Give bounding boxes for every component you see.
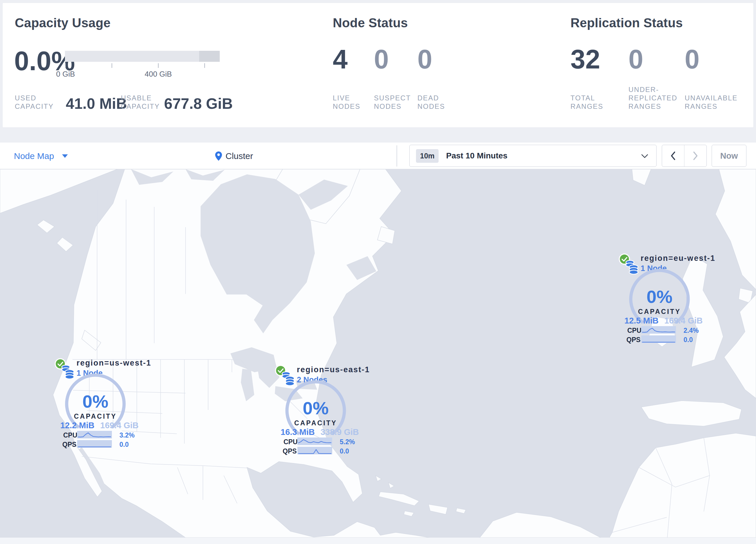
region-total-capacity: 169.4 GiB xyxy=(662,316,703,326)
time-pager xyxy=(662,145,707,167)
qps-sparkline xyxy=(641,335,676,344)
capacity-axis-tick xyxy=(112,63,112,68)
region-marker-eu-west-1[interactable]: region=eu-west-1 1 Node 0% CAPACITY 12.5… xyxy=(619,253,706,349)
capacity-bar-reserved-segment xyxy=(199,51,220,62)
qps-value: 0.0 xyxy=(340,447,349,455)
capacity-axis-tick xyxy=(65,63,66,68)
cpu-sparkline xyxy=(641,326,676,334)
map-pin-icon xyxy=(215,151,222,161)
total-ranges-label: TOTAL RANGES xyxy=(570,94,628,110)
qps-sparkline xyxy=(77,440,112,448)
node-status-labels: LIVE NODES SUSPECT NODES DEAD NODES xyxy=(333,94,467,110)
under-replicated-ranges-label: UNDER-REPLICATED RANGES xyxy=(628,85,685,110)
total-ranges-value: 32 xyxy=(570,46,628,72)
cluster-summary-card: Capacity Usage 0.0% 0 GiB 400 GiB USED C… xyxy=(2,3,754,128)
capacity-axis-label: 0 GiB xyxy=(42,70,89,79)
replication-status-values: 32 0 0 xyxy=(570,46,743,72)
chevron-left-icon xyxy=(670,151,676,160)
capacity-bar xyxy=(65,51,220,62)
usable-capacity-label: USABLE CAPACITY xyxy=(121,94,170,110)
live-nodes-label: LIVE NODES xyxy=(333,94,374,110)
qps-sparkline xyxy=(297,446,332,455)
node-status-title: Node Status xyxy=(333,16,408,30)
unavailable-ranges-label: UNAVAILABLE RANGES xyxy=(685,94,743,110)
qps-label: QPS xyxy=(626,336,641,344)
cluster-overview-page: Capacity Usage 0.0% 0 GiB 400 GiB USED C… xyxy=(0,0,756,544)
region-used-capacity: 12.5 MiB xyxy=(624,316,659,326)
view-selector-label[interactable]: Node Map xyxy=(14,151,54,161)
world-map xyxy=(0,169,756,538)
region-label: region=eu-west-1 xyxy=(641,254,715,263)
map-footer-strip xyxy=(0,538,756,544)
time-range-badge: 10m xyxy=(416,149,439,163)
under-replicated-ranges-value: 0 xyxy=(628,46,685,72)
qps-value: 0.0 xyxy=(119,441,129,449)
region-total-capacity: 169.4 GiB xyxy=(98,421,139,430)
live-nodes-value: 4 xyxy=(333,46,374,72)
time-prev-button[interactable] xyxy=(662,145,684,166)
region-capacity-label: CAPACITY xyxy=(63,413,127,420)
dead-nodes-label: DEAD NODES xyxy=(417,94,467,110)
capacity-axis-label: 400 GiB xyxy=(135,70,181,79)
qps-value: 0.0 xyxy=(684,336,693,344)
breadcrumb-label[interactable]: Cluster xyxy=(226,151,253,161)
cpu-sparkline xyxy=(297,437,332,446)
region-capacity-percent: 0% xyxy=(63,391,127,412)
node-status-values: 4 0 0 xyxy=(333,46,467,72)
cpu-value: 5.2% xyxy=(340,438,355,446)
node-map xyxy=(0,169,756,538)
region-capacity-percent: 0% xyxy=(628,287,691,307)
cpu-value: 3.2% xyxy=(119,431,135,439)
region-marker-us-west-1[interactable]: region=us-west-1 1 Node 0% CAPACITY 12.2… xyxy=(54,358,141,454)
time-next-button[interactable] xyxy=(684,145,706,166)
qps-label: QPS xyxy=(283,447,297,455)
used-capacity-value: 41.0 MiB xyxy=(66,95,127,112)
chevron-right-icon xyxy=(693,151,698,160)
time-range-selector[interactable]: 10m Past 10 Minutes xyxy=(409,145,657,167)
view-selector-dropdown[interactable]: Node Map xyxy=(14,142,68,169)
map-toolbar: Node Map Cluster 10m Past 10 Minutes xyxy=(0,142,756,169)
used-capacity-label: USED CAPACITY xyxy=(15,94,58,110)
region-total-capacity: 338.9 GiB xyxy=(318,427,359,437)
cpu-label: CPU xyxy=(627,327,641,335)
region-used-capacity: 12.2 MiB xyxy=(60,421,95,430)
chevron-down-icon xyxy=(641,154,648,158)
time-range-label: Past 10 Minutes xyxy=(446,151,508,160)
capacity-axis-tick xyxy=(204,63,205,68)
region-label: region=us-east-1 xyxy=(297,365,370,374)
replication-status-labels: TOTAL RANGES UNDER-REPLICATED RANGES UNA… xyxy=(570,85,743,110)
region-used-capacity: 16.3 MiB xyxy=(281,427,315,437)
breadcrumb[interactable]: Cluster xyxy=(215,142,253,169)
capacity-axis-tick xyxy=(158,63,159,68)
usable-capacity-value: 677.8 GiB xyxy=(164,95,233,112)
cpu-value: 2.4% xyxy=(684,327,699,335)
region-capacity-label: CAPACITY xyxy=(628,308,691,316)
caret-down-icon[interactable] xyxy=(62,154,68,158)
cpu-sparkline xyxy=(77,430,112,439)
capacity-usage-title: Capacity Usage xyxy=(15,16,111,30)
replication-status-title: Replication Status xyxy=(570,16,683,30)
suspect-nodes-value: 0 xyxy=(374,46,417,72)
region-label: region=us-west-1 xyxy=(77,359,151,368)
now-button[interactable]: Now xyxy=(712,145,746,167)
qps-label: QPS xyxy=(62,441,77,449)
cpu-label: CPU xyxy=(283,438,298,446)
unavailable-ranges-value: 0 xyxy=(685,46,743,72)
suspect-nodes-label: SUSPECT NODES xyxy=(374,94,417,110)
region-capacity-label: CAPACITY xyxy=(284,419,348,427)
region-capacity-percent: 0% xyxy=(284,398,348,418)
toolbar-divider xyxy=(397,145,397,166)
dead-nodes-value: 0 xyxy=(417,46,467,72)
region-marker-us-east-1[interactable]: region=us-east-1 2 Nodes 0% CAPACITY 16.… xyxy=(275,365,362,460)
cpu-label: CPU xyxy=(63,431,77,439)
